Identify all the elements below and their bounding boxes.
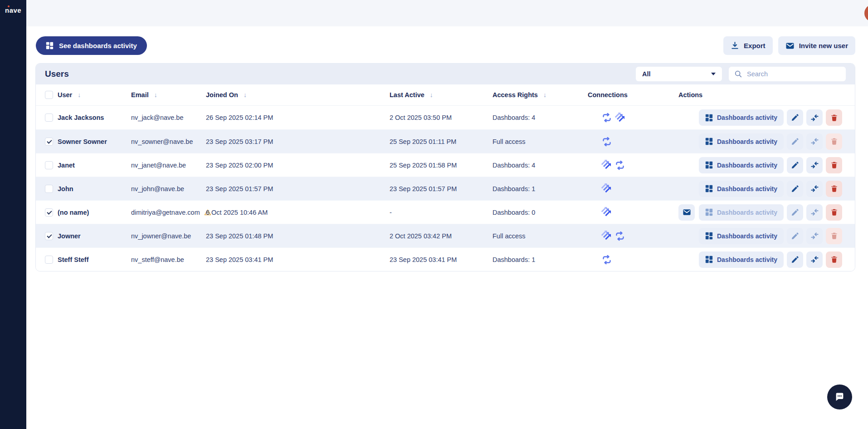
user-name: John (58, 185, 131, 192)
column-header-user[interactable]: User↓ (58, 91, 131, 99)
table-row: Sowner Sownernv_sowner@nave.be23 Sep 202… (36, 129, 855, 153)
last-active: 25 Sep 2025 01:58 PM (390, 162, 493, 169)
delete-user-button[interactable] (826, 133, 842, 150)
logo-text: nave (5, 6, 21, 14)
nave-logo[interactable]: nave (0, 6, 26, 14)
user-avatar[interactable]: J (864, 5, 868, 22)
dashboards-activity-label: Dashboards activity (717, 232, 777, 240)
delete-user-button[interactable] (826, 204, 842, 221)
joined-on: 23 Sep 2025 01:48 PM (206, 232, 390, 240)
last-active: 23 Sep 2025 01:57 PM (390, 185, 493, 192)
sort-icon[interactable]: ↓ (78, 91, 81, 99)
sort-icon[interactable]: ↓ (244, 91, 247, 99)
access-rights: Dashboards: 4 (493, 162, 588, 169)
transfer-arrows-icon (810, 137, 819, 146)
column-label: Joined On (206, 91, 238, 99)
resend-invite-button[interactable] (678, 204, 695, 221)
sort-icon[interactable]: ↓ (154, 91, 157, 99)
export-button[interactable]: Export (723, 36, 773, 55)
row-checkbox[interactable] (45, 185, 53, 193)
dashboards-icon (705, 161, 713, 169)
connections-cell (588, 207, 678, 217)
user-email: nv_sowner@nave.be (131, 138, 193, 145)
row-checkbox[interactable] (45, 161, 53, 169)
pencil-icon (791, 256, 799, 264)
edit-user-button[interactable] (787, 251, 803, 268)
filter-dropdown[interactable]: All (636, 67, 722, 81)
column-header-email[interactable]: Email↓ (131, 91, 206, 99)
delete-user-button[interactable] (826, 157, 842, 173)
edit-user-button[interactable] (787, 181, 803, 197)
edit-user-button[interactable] (787, 109, 803, 126)
delete-user-button[interactable] (826, 251, 842, 268)
panel-header: Users All (36, 64, 855, 84)
table-row: Janetnv_janet@nave.be23 Sep 2025 02:00 P… (36, 153, 855, 177)
column-header-actions[interactable]: Actions (678, 91, 846, 99)
trash-icon (830, 256, 838, 263)
row-checkbox[interactable] (45, 256, 53, 264)
edit-user-button[interactable] (787, 204, 803, 221)
edit-user-button[interactable] (787, 133, 803, 150)
joined-on: 23 Sep 2025 03:41 PM (206, 256, 390, 263)
dashboards-activity-button[interactable]: Dashboards activity (699, 109, 784, 126)
jira-connection-icon (615, 113, 625, 123)
connections-cell (588, 136, 678, 147)
sort-icon[interactable]: ↓ (543, 91, 546, 99)
transfer-user-button[interactable] (806, 133, 823, 150)
delete-user-button[interactable] (826, 109, 842, 126)
transfer-user-button[interactable] (806, 157, 823, 173)
see-dashboards-activity-button[interactable]: See dashboards activity (36, 36, 147, 55)
delete-user-button[interactable] (826, 228, 842, 244)
row-checkbox[interactable] (45, 208, 53, 217)
jira-connection-icon (601, 160, 612, 170)
transfer-user-button[interactable] (806, 109, 823, 126)
last-active: 2 Oct 2025 03:42 PM (390, 232, 493, 240)
column-label: Connections (588, 91, 628, 99)
select-all-checkbox[interactable] (45, 91, 53, 99)
user-email: dimitriya@getnave.com (131, 209, 200, 216)
user-email-cell: nv_janet@nave.be (131, 162, 206, 169)
last-active: 2 Oct 2025 03:50 PM (390, 114, 493, 121)
jira-connection-icon (601, 207, 612, 217)
joined-on: 23 Sep 2025 02:00 PM (206, 162, 390, 169)
user-email-cell: nv_steff@nave.be (131, 256, 206, 263)
row-checkbox[interactable] (45, 232, 53, 240)
transfer-user-button[interactable] (806, 204, 823, 221)
table-row: Johnnv_john@nave.be23 Sep 2025 01:57 PM2… (36, 177, 855, 200)
search-box[interactable] (729, 67, 846, 81)
transfer-user-button[interactable] (806, 181, 823, 197)
invite-new-user-button[interactable]: Invite new user (778, 36, 855, 55)
trash-icon (830, 161, 838, 169)
row-checkbox[interactable] (45, 113, 53, 122)
sidebar: nave (0, 0, 26, 429)
user-email: nv_jack@nave.be (131, 114, 183, 121)
delete-user-button[interactable] (826, 181, 842, 197)
row-checkbox[interactable] (45, 138, 53, 146)
column-label: Actions (678, 91, 702, 99)
transfer-user-button[interactable] (806, 251, 823, 268)
dashboards-activity-button[interactable]: Dashboards activity (699, 251, 784, 268)
dashboards-activity-button[interactable]: Dashboards activity (699, 181, 784, 197)
actions-cell: Dashboards activity (678, 251, 846, 268)
dashboards-activity-button[interactable]: Dashboards activity (699, 204, 784, 221)
column-header-joined-on[interactable]: Joined On↓ (206, 91, 390, 99)
column-header-last-active[interactable]: Last Active↓ (390, 91, 493, 99)
envelope-icon (785, 41, 795, 50)
search-input[interactable] (747, 70, 840, 78)
sort-icon[interactable]: ↓ (430, 91, 433, 99)
transfer-arrows-icon (810, 208, 819, 217)
edit-user-button[interactable] (787, 157, 803, 173)
dashboards-activity-button[interactable]: Dashboards activity (699, 133, 784, 150)
edit-user-button[interactable] (787, 228, 803, 244)
column-label: User (58, 91, 72, 99)
column-header-access-rights[interactable]: Access Rights↓ (493, 91, 588, 99)
user-email-cell: nv_jack@nave.be (131, 114, 206, 121)
column-header-connections[interactable]: Connections (588, 91, 678, 99)
dashboards-activity-button[interactable]: Dashboards activity (699, 157, 784, 173)
table-row: Steff Steffnv_steff@nave.be23 Sep 2025 0… (36, 247, 855, 271)
sync-connection-icon (601, 254, 612, 265)
dashboards-activity-button[interactable]: Dashboards activity (699, 228, 784, 244)
chat-button[interactable] (827, 385, 852, 409)
transfer-user-button[interactable] (806, 228, 823, 244)
actions-cell: Dashboards activity (678, 133, 846, 150)
